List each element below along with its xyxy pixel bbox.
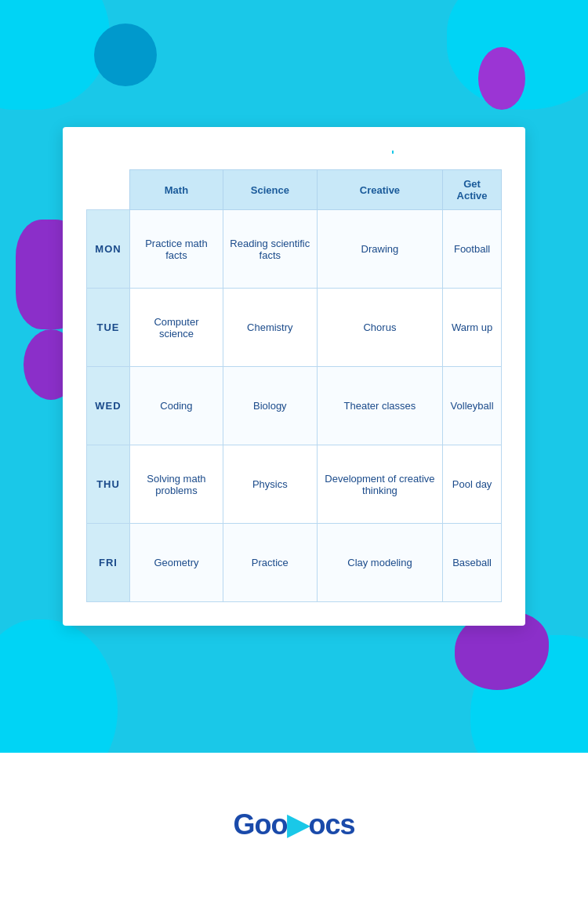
logo-docs: ocs <box>308 808 354 841</box>
cell-creative: Chorus <box>317 289 442 367</box>
cell-science: Physics <box>223 445 317 524</box>
blob-decoration <box>94 24 157 86</box>
col-active: Get Active <box>443 170 502 210</box>
cell-active: Pool day <box>443 445 502 524</box>
day-label: TUE <box>87 289 130 367</box>
table-row: WEDCodingBiologyTheater classesVolleybal… <box>87 367 502 445</box>
cell-creative: Drawing <box>317 210 442 289</box>
day-label: FRI <box>87 524 130 602</box>
table-row: TUEComputer scienceChemistryChorusWarm u… <box>87 289 502 367</box>
day-header-empty <box>87 170 130 210</box>
week-info <box>392 151 502 154</box>
card-header <box>86 151 502 154</box>
outer-frame: Math Science Creative Get Active MONPrac… <box>0 0 588 753</box>
cell-science: Chemistry <box>223 289 317 367</box>
cell-math: Solving math problems <box>130 445 223 524</box>
cell-active: Warm up <box>443 289 502 367</box>
table-row: FRIGeometryPracticeClay modelingBaseball <box>87 524 502 602</box>
cell-science: Practice <box>223 524 317 602</box>
cell-math: Practice math facts <box>130 210 223 289</box>
blob-decoration <box>478 47 525 110</box>
lesson-plan-card: Math Science Creative Get Active MONPrac… <box>63 127 525 626</box>
cell-science: Biology <box>223 367 317 445</box>
cell-active: Baseball <box>443 524 502 602</box>
logo-goo: Goo <box>233 808 287 841</box>
col-creative: Creative <box>317 170 442 210</box>
cell-math: Geometry <box>130 524 223 602</box>
cell-creative: Theater classes <box>317 367 442 445</box>
day-label: MON <box>87 210 130 289</box>
col-science: Science <box>223 170 317 210</box>
cell-creative: Clay modeling <box>317 524 442 602</box>
schedule-table: Math Science Creative Get Active MONPrac… <box>86 169 502 602</box>
logo: Goo▶ocs <box>233 808 354 841</box>
cell-active: Volleyball <box>443 367 502 445</box>
table-row: THUSolving math problemsPhysicsDevelopme… <box>87 445 502 524</box>
cell-math: Computer science <box>130 289 223 367</box>
day-label: WED <box>87 367 130 445</box>
cell-math: Coding <box>130 367 223 445</box>
table-header-row: Math Science Creative Get Active <box>87 170 502 210</box>
cell-active: Football <box>443 210 502 289</box>
cell-creative: Development of creative thinking <box>317 445 442 524</box>
table-row: MONPractice math factsReading scientific… <box>87 210 502 289</box>
cell-science: Reading scientific facts <box>223 210 317 289</box>
footer-area: Goo▶ocs <box>0 753 588 897</box>
blob-decoration <box>0 0 110 110</box>
day-label: THU <box>87 445 130 524</box>
logo-arrow-icon: ▶ <box>287 808 308 841</box>
col-math: Math <box>130 170 223 210</box>
blob-decoration <box>0 619 118 753</box>
